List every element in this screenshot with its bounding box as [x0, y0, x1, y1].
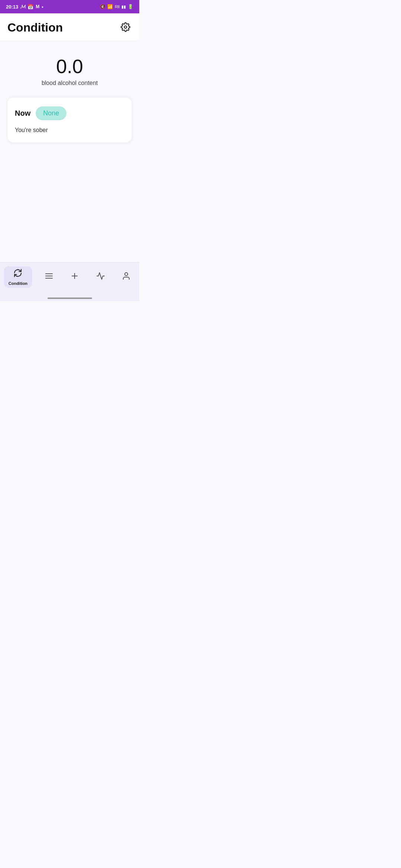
card-now-label: Now [15, 109, 30, 118]
add-nav-icon [70, 272, 79, 283]
condition-card: Now None You're sober [7, 98, 132, 142]
card-header-row: Now None [15, 106, 124, 120]
mute-icon: 🔇 [100, 4, 105, 9]
gear-icon [121, 22, 130, 32]
nav-item-add[interactable] [66, 269, 84, 285]
nav-item-condition[interactable]: Condition [4, 266, 32, 288]
settings-button[interactable] [119, 21, 132, 34]
nav-item-list[interactable] [40, 269, 58, 285]
status-m-icon: 𝓜 [20, 4, 25, 10]
profile-nav-icon [122, 272, 131, 283]
home-indicator [0, 295, 139, 301]
condition-nav-icon [13, 269, 22, 280]
bac-value: 0.0 [56, 55, 83, 78]
status-gmail-icon: M [36, 4, 39, 9]
svg-point-6 [125, 273, 128, 276]
status-bar: 20:13 𝓜 📅 M • 🔇 📶 Rll ▮▮ 🔋 [0, 0, 139, 13]
wifi-icon: 📶 [107, 4, 113, 9]
bottom-nav: Condition [0, 262, 139, 295]
nav-item-chart[interactable] [92, 269, 110, 285]
main-content: 0.0 blood alcohol content Now None You'r… [0, 40, 139, 262]
status-calendar-icon: 📅 [27, 4, 33, 10]
svg-point-0 [124, 26, 127, 29]
nav-label-condition: Condition [9, 281, 27, 286]
chart-nav-icon [96, 272, 105, 283]
home-bar [48, 297, 92, 299]
card-status-text: You're sober [15, 127, 124, 134]
battery-icon: 🔋 [128, 4, 133, 9]
page-title: Condition [7, 21, 63, 34]
status-time: 20:13 [6, 4, 18, 10]
nav-item-profile[interactable] [117, 269, 135, 285]
bac-label: blood alcohol content [42, 80, 98, 86]
status-bar-left: 20:13 𝓜 📅 M • [6, 4, 43, 10]
card-badge[interactable]: None [36, 106, 66, 120]
app-header: Condition [0, 13, 139, 40]
signal-icon: Rll [115, 4, 120, 9]
status-dot-icon: • [42, 4, 43, 10]
status-bar-right: 🔇 📶 Rll ▮▮ 🔋 [100, 4, 133, 9]
signal2-icon: ▮▮ [121, 4, 126, 9]
list-nav-icon [45, 272, 53, 283]
